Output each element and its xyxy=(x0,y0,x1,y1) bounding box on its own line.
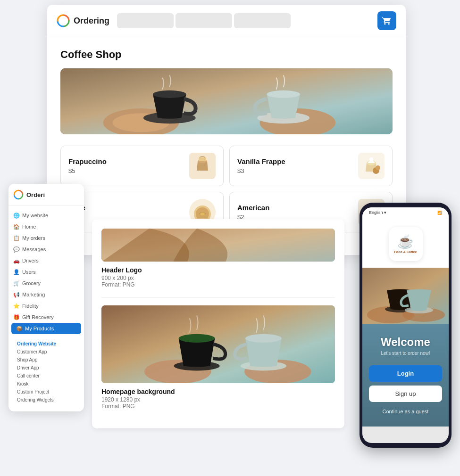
admin-nav-marketing[interactable]: 📢 Marketing xyxy=(8,289,84,300)
admin-nav-label: Users xyxy=(22,269,36,275)
product-image-vanilla-frappe xyxy=(358,153,385,179)
admin-nav-my-website[interactable]: 🌐 My website xyxy=(8,210,84,221)
sub-item-ordering-website[interactable]: Ordering Website xyxy=(13,340,84,348)
admin-nav: 🌐 My website 🏠 Home 📋 My orders 💬 Messag… xyxy=(8,206,84,338)
admin-logo-text: Orderi xyxy=(26,191,45,198)
asset-title-homepage-bg: Homepage background xyxy=(101,388,335,395)
cart-button[interactable] xyxy=(377,11,396,30)
coffee-logo-icon: ☕ xyxy=(397,234,414,249)
admin-sub-items: Ordering Website Customer App Shop App D… xyxy=(8,338,84,404)
phone-status-bar: English ▾ 📶 xyxy=(362,207,449,218)
admin-nav-gift-recovery[interactable]: 🎁 Gift Recovery xyxy=(8,312,84,323)
marketing-icon: 📢 xyxy=(13,292,19,297)
svg-point-14 xyxy=(369,157,373,161)
product-image-frapuccino xyxy=(189,153,216,179)
sub-item-kiosk[interactable]: Kiosk xyxy=(13,380,84,388)
admin-nav-users[interactable]: 👤 Users xyxy=(8,266,84,278)
nav-tab-2[interactable] xyxy=(176,13,232,28)
phone-signal-icons: 📶 xyxy=(437,211,442,215)
asset-title-header-logo: Header Logo xyxy=(101,266,335,274)
phone-bg-scene xyxy=(362,268,449,324)
phone-login-button[interactable]: Login xyxy=(369,365,442,382)
drivers-icon: 🚗 xyxy=(13,258,19,263)
product-card-frapuccino[interactable]: Frapuccino $5 xyxy=(60,146,224,186)
sub-item-call-center[interactable]: Call center xyxy=(13,372,84,380)
product-price: $5 xyxy=(68,167,107,174)
svg-point-20 xyxy=(200,213,205,215)
nav-tab-1[interactable] xyxy=(117,13,174,28)
home-icon: 🏠 xyxy=(13,224,19,230)
gift-icon: 🎁 xyxy=(13,314,19,320)
asset-preview-header-logo xyxy=(101,229,335,262)
admin-nav-my-orders[interactable]: 📋 My orders xyxy=(8,232,84,244)
admin-nav-home[interactable]: 🏠 Home xyxy=(8,221,84,232)
phone-language-selector[interactable]: English ▾ xyxy=(369,210,386,215)
nav-tabs xyxy=(117,13,370,28)
admin-nav-my-products-label: My Products xyxy=(25,326,54,331)
phone-screen: English ▾ 📶 ☕ Food & Coffee xyxy=(362,207,449,443)
sub-item-shop-app[interactable]: Shop App xyxy=(13,356,84,364)
phone-welcome-title: Welcome xyxy=(369,336,442,349)
admin-nav-label: Home xyxy=(22,224,36,230)
product-info: Frapuccino $5 xyxy=(68,157,107,174)
admin-nav-label: Marketing xyxy=(22,292,45,297)
messages-icon: 💬 xyxy=(13,246,19,252)
chevron-down-icon: ▾ xyxy=(384,210,386,215)
svg-point-34 xyxy=(245,334,282,343)
admin-nav-messages[interactable]: 💬 Messages xyxy=(8,244,84,255)
phone-welcome-subtitle: Let's start to order now! xyxy=(369,351,442,356)
phone-welcome-section: Welcome Let's start to order now! Login … xyxy=(362,324,449,427)
asset-format-header-logo: Format: PNG xyxy=(101,281,335,288)
nav-tab-3[interactable] xyxy=(234,13,291,28)
phone-logo-box: ☕ Food & Coffee xyxy=(389,227,423,261)
cart-icon xyxy=(382,16,392,25)
svg-point-5 xyxy=(153,90,186,98)
product-price: $3 xyxy=(237,167,285,174)
product-card-vanilla-frappe[interactable]: Vanilla Frappe $3 xyxy=(229,146,393,186)
phone-logo-area: ☕ Food & Coffee xyxy=(362,218,449,268)
admin-nav-label: My orders xyxy=(22,235,45,241)
phone-logo-text: Food & Coffee xyxy=(394,250,417,254)
fidelity-icon: ⭐ xyxy=(13,303,19,309)
asset-divider xyxy=(101,297,335,298)
admin-nav-label: Drivers xyxy=(22,258,39,263)
website-icon: 🌐 xyxy=(13,213,19,218)
product-name: Vanilla Frappe xyxy=(237,157,285,165)
sub-item-ordering-widgets[interactable]: Ordering Widgets xyxy=(13,396,84,404)
sub-item-custom-project[interactable]: Custom Project xyxy=(13,388,84,396)
main-browser-window: Ordering Coffee Shop xyxy=(47,5,406,255)
admin-logo-icon xyxy=(13,189,24,200)
product-name: American xyxy=(237,204,269,212)
asset-dimensions-homepage-bg: 1920 x 1280 px xyxy=(101,396,335,403)
admin-nav-fidelity[interactable]: ⭐ Fidelity xyxy=(8,300,84,312)
product-info: Vanilla Frappe $3 xyxy=(237,157,285,174)
mobile-phone: English ▾ 📶 ☕ Food & Coffee xyxy=(360,203,452,448)
admin-nav-label: Messages xyxy=(22,246,46,252)
sub-item-driver-app[interactable]: Driver App xyxy=(13,364,84,372)
phone-signup-button[interactable]: Sign up xyxy=(369,386,442,402)
ordering-logo-icon xyxy=(57,14,70,27)
product-name: Frapuccino xyxy=(68,157,107,165)
svg-point-16 xyxy=(376,165,380,170)
admin-sidebar-window: Orderi 🌐 My website 🏠 Home 📋 My orders 💬… xyxy=(8,184,84,411)
svg-point-8 xyxy=(267,90,300,98)
admin-nav-label: Grocery xyxy=(22,280,41,286)
product-info: American $2 xyxy=(237,204,269,221)
phone-guest-button[interactable]: Continue as a guest xyxy=(369,406,442,417)
my-products-icon: 📦 xyxy=(16,326,22,331)
asset-item-homepage-bg: Homepage background 1920 x 1280 px Forma… xyxy=(101,305,335,410)
admin-nav-label: My website xyxy=(22,213,48,218)
grocery-icon: 🛒 xyxy=(13,280,19,286)
admin-nav-label: Fidelity xyxy=(22,303,39,309)
svg-rect-11 xyxy=(199,157,206,161)
asset-dimensions-header-logo: 900 x 200 px xyxy=(101,275,335,281)
admin-nav-grocery[interactable]: 🛒 Grocery xyxy=(8,278,84,289)
admin-nav-drivers[interactable]: 🚗 Drivers xyxy=(8,255,84,266)
admin-nav-my-products[interactable]: 📦 My Products xyxy=(11,323,81,334)
sub-item-customer-app[interactable]: Customer App xyxy=(13,348,84,356)
orders-icon: 📋 xyxy=(13,235,19,241)
content-panel: Header Logo 900 x 200 px Format: PNG xyxy=(92,219,344,428)
main-logo-text: Ordering xyxy=(74,16,109,26)
main-header: Ordering xyxy=(47,5,406,37)
admin-nav-label: Gift Recovery xyxy=(22,314,54,320)
